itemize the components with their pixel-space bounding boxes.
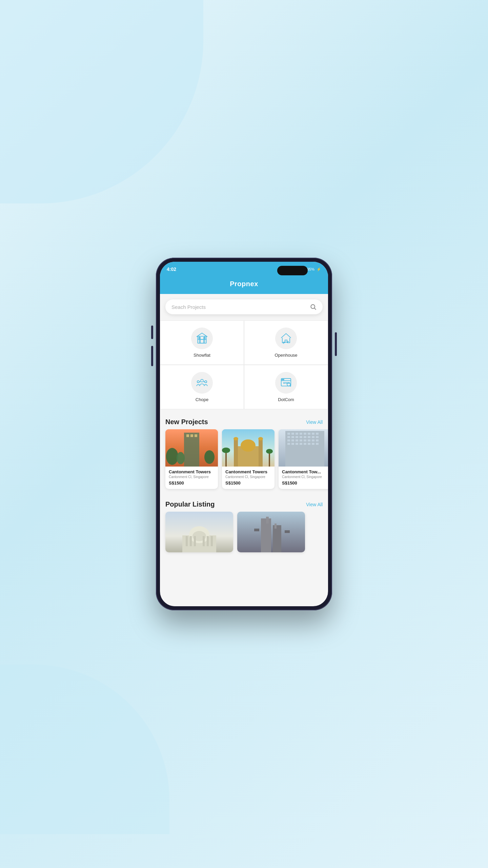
showflat-label: Showflat: [194, 353, 210, 358]
svg-rect-62: [304, 439, 306, 441]
svg-rect-90: [274, 524, 277, 529]
chope-label: Chope: [196, 397, 208, 402]
phone-screen: 4:02 🔇 📶 LTE1 95% ⚡ Propnex Seach Projec…: [160, 262, 328, 606]
svg-rect-70: [304, 443, 306, 445]
svg-rect-69: [300, 443, 302, 445]
openhouse-icon-wrap: [275, 328, 297, 349]
svg-rect-57: [316, 436, 319, 438]
svg-rect-42: [287, 433, 290, 435]
project-card-3[interactable]: Cantonment Tow... Cantonment Cl, Singapo…: [279, 429, 328, 489]
search-box[interactable]: Seach Projects: [165, 299, 323, 314]
phone-frame: 4:02 🔇 📶 LTE1 95% ⚡ Propnex Seach Projec…: [156, 258, 332, 610]
svg-rect-44: [296, 433, 298, 435]
popular-card-1[interactable]: [165, 512, 233, 552]
svg-point-26: [166, 448, 178, 465]
svg-point-33: [233, 437, 238, 440]
svg-line-1: [314, 308, 316, 310]
svg-point-11: [205, 381, 207, 383]
svg-text:WWW: WWW: [283, 382, 290, 384]
power-button: [335, 332, 337, 356]
showflat-icon-wrap: [191, 328, 213, 349]
bg-shape-bottom: [0, 665, 169, 834]
category-showflat[interactable]: Showflat: [160, 320, 244, 365]
svg-rect-86: [273, 525, 281, 552]
project-image-3: [279, 429, 328, 467]
new-projects-header: New Projects View All: [160, 412, 328, 429]
new-projects-scroll[interactable]: Cantonment Towers Cantonment Cl, Singapo…: [160, 429, 328, 494]
svg-rect-54: [304, 436, 306, 438]
svg-rect-61: [300, 439, 302, 441]
svg-rect-59: [291, 439, 294, 441]
svg-rect-72: [312, 443, 314, 445]
svg-rect-67: [291, 443, 294, 445]
svg-rect-3: [200, 339, 204, 343]
openhouse-label: Openhouse: [274, 353, 297, 358]
svg-rect-49: [316, 433, 319, 435]
svg-rect-56: [312, 436, 314, 438]
svg-point-27: [177, 452, 185, 464]
project-image-1: [165, 429, 218, 467]
new-projects-title: New Projects: [165, 418, 208, 426]
svg-rect-87: [254, 529, 259, 531]
popular-card-2[interactable]: [237, 512, 305, 552]
svg-rect-45: [300, 433, 302, 435]
card-body-2: Cantonment Towers Cantonment Cl, Singapo…: [222, 467, 274, 489]
svg-rect-79: [190, 536, 192, 546]
category-dotcom[interactable]: WWW DotCom: [244, 365, 328, 409]
svg-rect-82: [207, 536, 209, 546]
popular-listing-title: Popular Listing: [165, 500, 215, 508]
svg-rect-88: [285, 530, 290, 533]
screen-content[interactable]: Propnex Seach Projects: [160, 277, 328, 606]
svg-rect-55: [308, 436, 310, 438]
svg-point-0: [311, 304, 315, 309]
card-subtitle-3: Cantonment Cl, Singapore: [282, 475, 328, 479]
svg-rect-38: [269, 452, 270, 467]
svg-rect-22: [184, 433, 199, 467]
popular-listing-view-all[interactable]: View All: [306, 502, 323, 507]
svg-rect-25: [195, 434, 197, 437]
dotcom-icon-wrap: WWW: [275, 372, 297, 394]
svg-rect-23: [186, 434, 189, 437]
project-card-2[interactable]: Cantonment Towers Cantonment Cl, Singapo…: [222, 429, 274, 489]
popular-listing-header: Popular Listing View All: [160, 494, 328, 512]
card-subtitle-1: Cantonment Cl, Singapore: [169, 475, 215, 479]
category-chope[interactable]: Chope: [160, 365, 244, 409]
svg-rect-80: [194, 536, 196, 546]
svg-rect-36: [225, 451, 227, 467]
card-title-1: Cantonment Towers: [169, 469, 215, 474]
category-openhouse[interactable]: Openhouse: [244, 320, 328, 365]
svg-point-31: [241, 439, 256, 452]
camera-notch: [277, 266, 308, 275]
svg-point-16: [282, 379, 283, 380]
svg-rect-83: [211, 536, 213, 546]
popular-listing-scroll[interactable]: [160, 512, 328, 558]
svg-rect-34: [259, 439, 263, 467]
project-card-1[interactable]: Cantonment Towers Cantonment Cl, Singapo…: [165, 429, 218, 489]
card-price-1: S$1500: [169, 480, 215, 486]
card-title-2: Cantonment Towers: [225, 469, 271, 474]
app-title: Propnex: [160, 280, 328, 288]
bg-shape-top: [0, 0, 203, 203]
battery-charging-icon: ⚡: [317, 267, 321, 272]
svg-rect-53: [300, 436, 302, 438]
svg-point-39: [266, 449, 273, 454]
svg-rect-58: [287, 439, 290, 441]
card-title-3: Cantonment Tow...: [282, 469, 328, 474]
battery-icon: 95%: [307, 267, 314, 271]
status-time: 4:02: [167, 267, 176, 272]
svg-rect-46: [304, 433, 306, 435]
svg-rect-73: [316, 443, 319, 445]
app-header: Propnex: [160, 277, 328, 294]
svg-rect-48: [312, 433, 314, 435]
svg-point-10: [197, 381, 199, 383]
svg-rect-64: [312, 439, 314, 441]
search-container: Seach Projects: [160, 294, 328, 318]
search-icon[interactable]: [310, 303, 317, 310]
volume-down-button: [151, 346, 153, 366]
svg-rect-89: [266, 517, 269, 524]
card-price-2: S$1500: [225, 480, 271, 486]
new-projects-view-all[interactable]: View All: [306, 419, 323, 425]
category-grid: Showflat Openhouse: [160, 320, 328, 409]
svg-rect-71: [308, 443, 310, 445]
dotcom-label: DotCom: [278, 397, 294, 402]
